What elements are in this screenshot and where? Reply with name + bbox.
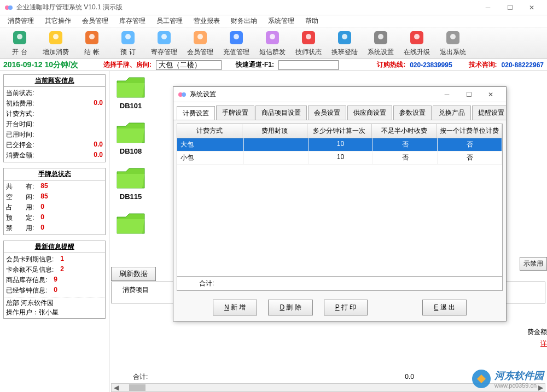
grid-body[interactable]: 大包10否否小包10否否 — [177, 138, 502, 276]
panel-row: 初始费用:0.0 — [6, 98, 103, 109]
svg-point-21 — [342, 34, 347, 39]
row-value: 0 — [54, 286, 57, 295]
panel-row: 禁 用:0 — [6, 223, 103, 233]
room-folder[interactable]: DB101 — [115, 75, 147, 110]
window-title: 企业通咖啡厅管理系统 V10.1 演示版 — [16, 3, 477, 12]
toolbar-button[interactable]: 结 帐 — [75, 28, 108, 58]
room-select-input[interactable] — [156, 60, 222, 70]
grid-column-header[interactable]: 多少分钟计算一次 — [307, 124, 373, 138]
menu-item[interactable]: 系统管理 — [263, 15, 300, 27]
app-icon — [4, 3, 13, 12]
panel-row: 会员卡到期信息:1 — [6, 254, 103, 265]
grid-header: 计费方式费用封顶多少分钟计算一次不足半小时收费按一个计费单位计费 — [177, 124, 502, 138]
row-key: 禁 用: — [6, 224, 34, 233]
settings-tab[interactable]: 手牌设置 — [216, 106, 254, 120]
fee-col-partial: 费金额 — [520, 327, 547, 337]
scroll-thumb[interactable] — [129, 384, 146, 391]
toolbar-button[interactable]: 预 订 — [112, 28, 144, 58]
hotline2-label: 技术咨询: — [469, 60, 497, 69]
menu-item[interactable]: 消费管理 — [2, 15, 39, 27]
toolbar-button[interactable]: 开 台 — [3, 28, 36, 58]
disable-button-partial[interactable]: 示禁用 — [520, 257, 547, 271]
settings-tab[interactable]: 计费设置 — [177, 106, 215, 120]
menu-item[interactable]: 帮助 — [300, 15, 324, 27]
toolbar-button[interactable]: 换班登陆 — [328, 28, 361, 58]
row-key: 卡余额不足信息: — [6, 265, 54, 274]
settings-tab[interactable]: 供应商设置 — [347, 106, 392, 120]
row-value: 2 — [60, 265, 64, 274]
toolbar-button[interactable]: 在线升级 — [400, 28, 433, 58]
toolbar-label: 结 帐 — [84, 48, 99, 57]
menu-item[interactable]: 员工管理 — [151, 15, 188, 27]
scroll-left-icon[interactable]: ◀ — [112, 384, 120, 391]
panel-row: 空 闲:85 — [6, 192, 103, 202]
row-key: 占 用: — [6, 203, 34, 212]
toolbar-button[interactable]: 退出系统 — [437, 28, 469, 58]
toolbar-label: 系统设置 — [368, 48, 394, 57]
toolbar-label: 短信群发 — [259, 48, 286, 57]
toolbar-button[interactable]: 短信群发 — [256, 28, 289, 58]
settings-tab[interactable]: 会员设置 — [308, 106, 346, 120]
customer-panel-title: 当前顾客信息 — [4, 75, 105, 87]
grid-cell: 否 — [438, 151, 502, 164]
grid-cell — [244, 138, 309, 151]
svg-point-27 — [450, 34, 456, 39]
row-key: 初始费用: — [6, 99, 34, 108]
toolbar-button[interactable]: 增加消费 — [39, 28, 72, 58]
detail-link-partial[interactable]: 详 — [520, 339, 547, 348]
panel-row: 共 有:85 — [6, 182, 103, 192]
menu-item[interactable]: 会员管理 — [77, 15, 114, 27]
grid-row[interactable]: 大包10否否 — [177, 138, 502, 151]
room-folder[interactable]: DB108 — [115, 121, 147, 155]
menu-item[interactable]: 其它操作 — [39, 15, 77, 27]
refresh-button[interactable]: 刷新数据 — [111, 267, 156, 281]
medal2-icon — [408, 29, 426, 46]
toolbar-button[interactable]: 会员管理 — [184, 28, 217, 58]
grid-cell: 否 — [373, 138, 438, 151]
row-key: 共 有: — [6, 182, 34, 191]
grid-row[interactable]: 小包10否否 — [177, 151, 502, 165]
menu-item[interactable]: 营业报表 — [188, 15, 225, 27]
grid-column-header[interactable]: 不足半小时收费 — [372, 124, 437, 138]
toolbar-button[interactable]: 系统设置 — [364, 28, 397, 58]
panel-row: 已交押金:0.0 — [6, 140, 103, 150]
quick-channel-input[interactable] — [278, 60, 339, 70]
row-value: 0 — [40, 203, 44, 212]
room-folder[interactable]: DB115 — [115, 166, 147, 201]
menu-item[interactable]: 库存管理 — [114, 15, 151, 27]
notepad-icon — [119, 29, 137, 46]
menu-item[interactable]: 财务出纳 — [225, 15, 263, 27]
dialog-close-button[interactable]: ✕ — [480, 87, 502, 102]
folder-label: DB101 — [120, 102, 142, 110]
toolbar-button[interactable]: 技师状态 — [292, 28, 325, 58]
row-value: 85 — [40, 182, 48, 191]
maximize-button[interactable]: ☐ — [499, 0, 521, 15]
settings-tab[interactable]: 提醒设置 — [472, 106, 506, 120]
settings-tab[interactable]: 参数设置 — [393, 106, 432, 120]
add-button[interactable]: N N 新 增新 增 — [213, 300, 257, 315]
exit-button[interactable]: E 退 出 — [422, 300, 467, 315]
row-value: 9 — [54, 276, 57, 285]
toolbar-button[interactable]: 充值管理 — [220, 28, 253, 58]
room-folder[interactable] — [115, 212, 147, 238]
delete-button[interactable]: D 删 除 — [268, 300, 312, 315]
dialog-minimize-button[interactable]: ─ — [436, 87, 458, 102]
row-key: 当前状态: — [6, 89, 34, 98]
print-button[interactable]: P 打 印 — [324, 300, 368, 315]
dialog-maximize-button[interactable]: ☐ — [458, 87, 480, 102]
grid-column-header[interactable]: 按一个计费单位计费 — [437, 124, 502, 138]
settings-tab[interactable]: 商品项目设置 — [255, 106, 307, 120]
toolbar-label: 技师状态 — [295, 48, 322, 57]
people-icon — [11, 29, 28, 46]
grid-column-header[interactable]: 计费方式 — [177, 124, 242, 138]
settings-tab[interactable]: 兑换产品 — [433, 106, 471, 120]
minimize-button[interactable]: ─ — [477, 0, 499, 15]
close-button[interactable]: ✕ — [521, 0, 543, 15]
horizontal-scrollbar[interactable]: ◀ ▶ — [111, 383, 545, 392]
receipt-icon — [83, 29, 101, 46]
scroll-right-icon[interactable]: ▶ — [536, 384, 545, 391]
hotline1-label: 订购热线: — [377, 60, 405, 69]
toolbar-button[interactable]: 寄存管理 — [148, 28, 181, 58]
grid-column-header[interactable]: 费用封顶 — [242, 124, 307, 138]
dialog-icon — [178, 90, 187, 99]
